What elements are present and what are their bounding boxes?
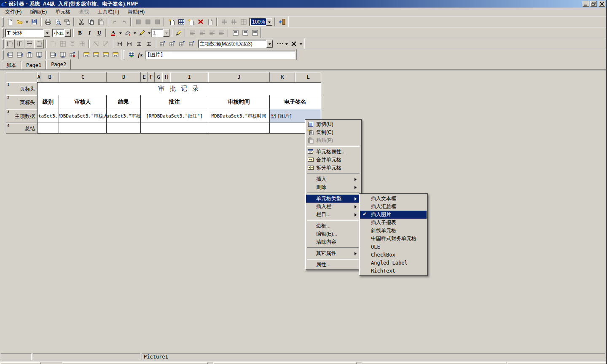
delete-page-button[interactable] bbox=[196, 17, 205, 27]
valign-bottom-button[interactable] bbox=[250, 28, 260, 37]
submenu-item-ole[interactable]: OLE bbox=[360, 243, 427, 251]
data-cell-comment[interactable]: [RMDBDataSet3."批注"] bbox=[141, 109, 208, 123]
submenu-item-richtext[interactable]: RichText bbox=[360, 267, 427, 275]
insert-col-right-button[interactable] bbox=[34, 50, 44, 59]
band-tool-button-1[interactable] bbox=[81, 50, 91, 59]
grid-corner[interactable] bbox=[6, 72, 37, 82]
undo-button[interactable] bbox=[119, 17, 129, 27]
fx-button[interactable]: fx bbox=[136, 50, 145, 59]
line-style-button[interactable] bbox=[274, 39, 284, 48]
paste-button[interactable] bbox=[96, 17, 105, 27]
menu-help[interactable]: 帮助(H) bbox=[124, 7, 149, 17]
column-header-L[interactable]: L bbox=[295, 72, 321, 82]
zoom-dropdown[interactable] bbox=[266, 18, 272, 26]
menu-item-cut[interactable]: 剪切(U) bbox=[306, 120, 360, 128]
empty-cell[interactable] bbox=[107, 123, 141, 134]
border-left-button[interactable] bbox=[5, 39, 15, 48]
page-setup-button[interactable] bbox=[62, 17, 72, 27]
menu-item-paste[interactable]: 粘贴(P) bbox=[306, 136, 360, 145]
menu-item-insert[interactable]: 插入 bbox=[306, 175, 360, 183]
submenu-item-insert-summary[interactable]: 插入汇总框 bbox=[360, 203, 427, 211]
column-header-C[interactable]: C bbox=[59, 72, 107, 82]
insert-cell-above-button[interactable] bbox=[177, 39, 187, 48]
insert-row-above-button[interactable] bbox=[5, 50, 15, 59]
minimize-button[interactable] bbox=[583, 1, 589, 7]
formula-input[interactable] bbox=[145, 51, 295, 59]
print-preview-button[interactable] bbox=[53, 17, 62, 27]
data-cell-level[interactable]: taSet3. bbox=[37, 109, 59, 123]
print-button[interactable] bbox=[43, 17, 53, 27]
save-button[interactable] bbox=[29, 17, 39, 27]
toolbar-grip[interactable] bbox=[2, 39, 4, 48]
align-justify-button[interactable] bbox=[217, 28, 226, 37]
no-line-dropdown[interactable] bbox=[298, 40, 303, 48]
column-header-D[interactable]: D bbox=[107, 72, 141, 82]
menu-item-cell-type[interactable]: 单元格类型 bbox=[306, 195, 360, 203]
insert-col-left-button[interactable] bbox=[24, 50, 34, 59]
line-color-dropdown[interactable] bbox=[147, 29, 151, 37]
toolbar-grip[interactable] bbox=[2, 50, 4, 59]
submenu-item-chinese-finance-cell[interactable]: 中国样式财务单元格 bbox=[360, 235, 427, 243]
close-button[interactable] bbox=[599, 1, 605, 7]
exit-button[interactable] bbox=[277, 17, 287, 27]
delete-cells-button[interactable] bbox=[67, 50, 77, 59]
grid-cells-button[interactable] bbox=[239, 17, 248, 27]
cut-button[interactable] bbox=[76, 17, 86, 27]
insert-band-button[interactable] bbox=[167, 17, 176, 27]
line-width-dropdown[interactable] bbox=[163, 29, 169, 37]
font-name-dropdown[interactable] bbox=[44, 29, 50, 37]
menu-item-other-properties[interactable]: 其它属性 bbox=[306, 249, 360, 257]
snap-grid-button[interactable] bbox=[229, 17, 239, 27]
submenu-item-insert-subreport[interactable]: 插入子报表 bbox=[360, 219, 427, 227]
layer-button-1[interactable] bbox=[133, 17, 143, 27]
border-none-button[interactable] bbox=[48, 39, 58, 48]
data-cell-result[interactable]: ataSet3."审核 bbox=[107, 109, 141, 123]
column-header-G[interactable]: G bbox=[155, 72, 162, 82]
bold-button[interactable]: B bbox=[75, 28, 85, 37]
delete-row-button[interactable] bbox=[48, 50, 58, 59]
tab-script[interactable]: 脚本 bbox=[2, 61, 21, 70]
show-grid-button[interactable] bbox=[219, 17, 229, 27]
border-outer-button[interactable] bbox=[67, 39, 77, 48]
valign-middle-button[interactable] bbox=[240, 28, 250, 37]
menu-item-properties[interactable]: 属性... bbox=[306, 261, 360, 269]
data-cell-audit-time[interactable]: MDBDataSet3."审核时间 bbox=[208, 109, 270, 123]
header-cell-result[interactable]: 结果 bbox=[107, 95, 141, 109]
insert-cell-left-button[interactable] bbox=[158, 39, 167, 48]
header-cell-audit-time[interactable]: 审核时间 bbox=[208, 95, 270, 109]
column-header-I[interactable]: I bbox=[170, 72, 208, 82]
menu-file[interactable]: 文件(F) bbox=[1, 7, 26, 17]
expand-width-button[interactable] bbox=[124, 39, 134, 48]
menu-item-merge-cells[interactable]: 合并单元格 bbox=[306, 156, 360, 164]
open-button[interactable] bbox=[15, 17, 24, 27]
align-right-button[interactable] bbox=[207, 28, 217, 37]
tab-page2[interactable]: Page2 bbox=[46, 59, 71, 70]
border-inner-button[interactable] bbox=[77, 39, 87, 48]
delete-col-button[interactable] bbox=[58, 50, 67, 59]
menu-item-insert-band[interactable]: 插入栏 bbox=[306, 203, 360, 211]
empty-cell[interactable] bbox=[208, 123, 270, 134]
menu-cell[interactable]: 单元格 bbox=[51, 7, 75, 17]
row-header-2[interactable]: 2 页标头 bbox=[6, 95, 37, 109]
band-tool-button-2[interactable] bbox=[91, 50, 101, 59]
shrink-width-button[interactable] bbox=[115, 39, 124, 48]
insert-table-button[interactable] bbox=[176, 17, 186, 27]
taskbar-window-button[interactable] bbox=[507, 362, 606, 364]
zoom-combo[interactable]: 100% bbox=[249, 18, 272, 26]
new-button[interactable] bbox=[5, 17, 15, 27]
header-cell-comment[interactable]: 批注 bbox=[141, 95, 208, 109]
band-tool-button-4[interactable] bbox=[110, 50, 120, 59]
insert-row-below-button[interactable] bbox=[15, 50, 24, 59]
border-horizontal-button[interactable] bbox=[24, 39, 34, 48]
menu-find[interactable]: 查找 bbox=[75, 7, 93, 17]
font-name-combo[interactable]: T 宋体 bbox=[5, 29, 50, 37]
border-all-button[interactable] bbox=[58, 39, 67, 48]
column-header-K[interactable]: K bbox=[270, 72, 295, 82]
no-line-button[interactable] bbox=[289, 39, 298, 48]
menu-item-clear-content[interactable]: 清除内容 bbox=[306, 238, 360, 246]
border-bottom-button[interactable] bbox=[34, 39, 44, 48]
header-cell-auditor[interactable]: 审核人 bbox=[59, 95, 107, 109]
taskbar-window-button[interactable] bbox=[213, 362, 357, 364]
font-color-dropdown[interactable] bbox=[118, 29, 123, 37]
dataset-combo[interactable]: 主项数据(MasterData3) bbox=[198, 40, 273, 48]
